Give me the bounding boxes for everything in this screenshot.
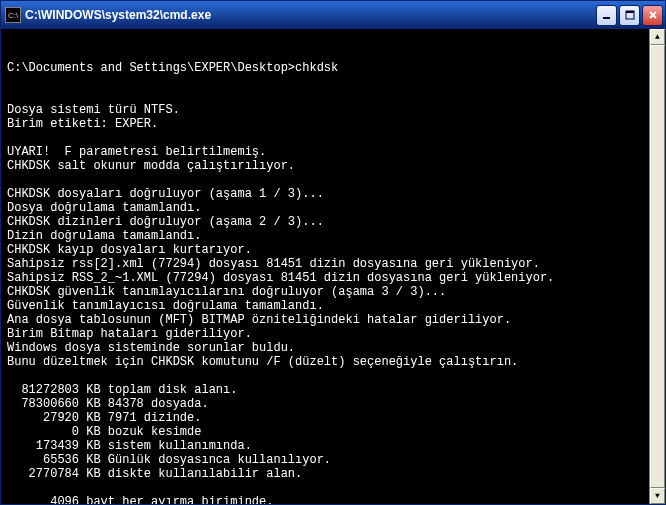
output-line <box>7 481 659 495</box>
output-line: Bunu düzeltmek için CHKDSK komutunu /F (… <box>7 355 659 369</box>
svg-rect-2 <box>626 11 634 13</box>
window-controls <box>596 5 663 26</box>
scrollbar-track[interactable] <box>650 45 665 488</box>
output-line: Sahipsiz RSS_2_~1.XML (77294) dosyası 81… <box>7 271 659 285</box>
scroll-up-button[interactable]: ▲ <box>650 29 665 45</box>
window-title: C:\WINDOWS\system32\cmd.exe <box>25 8 596 22</box>
output-line: Dizin doğrulama tamamlandı. <box>7 229 659 243</box>
output-line <box>7 173 659 187</box>
output-line: Birim Bitmap hataları gideriliyor. <box>7 327 659 341</box>
svg-rect-0 <box>603 17 610 19</box>
output-line: 81272803 KB toplam disk alanı. <box>7 383 659 397</box>
output-line: CHKDSK güvenlik tanımlayıcılarını doğrul… <box>7 285 659 299</box>
app-icon: C:\ <box>5 7 21 23</box>
output-line: 27920 KB 7971 dizinde. <box>7 411 659 425</box>
prompt-text: C:\Documents and Settings\EXPER\Desktop> <box>7 61 295 75</box>
output-line: 78300660 KB 84378 dosyada. <box>7 397 659 411</box>
output-line <box>7 369 659 383</box>
output-line: 173439 KB sistem kullanımında. <box>7 439 659 453</box>
output-line: UYARI! F parametresi belirtilmemiş. <box>7 145 659 159</box>
output-line: Ana dosya tablosunun (MFT) BITMAP öznite… <box>7 313 659 327</box>
output-line: 4096 bayt her ayırma biriminde. <box>7 495 659 504</box>
prompt-line: C:\Documents and Settings\EXPER\Desktop>… <box>7 61 659 75</box>
cmd-window: C:\ C:\WINDOWS\system32\cmd.exe C:\Docum… <box>0 0 666 505</box>
scrollbar[interactable]: ▲ ▼ <box>649 29 665 504</box>
minimize-button[interactable] <box>596 5 617 26</box>
terminal-area[interactable]: C:\Documents and Settings\EXPER\Desktop>… <box>1 29 665 504</box>
close-button[interactable] <box>642 5 663 26</box>
output-line <box>7 131 659 145</box>
output-line: Dosya sistemi türü NTFS. <box>7 103 659 117</box>
output-line: Sahipsiz rss[2].xml (77294) dosyası 8145… <box>7 257 659 271</box>
output-line: Windows dosya sisteminde sorunlar buldu. <box>7 341 659 355</box>
titlebar[interactable]: C:\ C:\WINDOWS\system32\cmd.exe <box>1 1 665 29</box>
output-line: Birim etiketi: EXPER. <box>7 117 659 131</box>
output-line: CHKDSK kayıp dosyaları kurtarıyor. <box>7 243 659 257</box>
scroll-down-button[interactable]: ▼ <box>650 488 665 504</box>
output-line: 65536 KB Günlük dosyasınca kullanılıyor. <box>7 453 659 467</box>
output-line: 2770784 KB diskte kullanılabilir alan. <box>7 467 659 481</box>
output-line: CHKDSK salt okunur modda çalıştırılıyor. <box>7 159 659 173</box>
output-line: Güvenlik tanımlayıcısı doğrulama tamamla… <box>7 299 659 313</box>
output-line: Dosya doğrulama tamamlandı. <box>7 201 659 215</box>
maximize-button[interactable] <box>619 5 640 26</box>
scrollbar-thumb[interactable] <box>650 45 665 488</box>
output-line: CHKDSK dosyaları doğruluyor (aşama 1 / 3… <box>7 187 659 201</box>
output-line: 0 KB bozuk kesimde <box>7 425 659 439</box>
command-text: chkdsk <box>295 61 338 75</box>
output-line: CHKDSK dizinleri doğruluyor (aşama 2 / 3… <box>7 215 659 229</box>
